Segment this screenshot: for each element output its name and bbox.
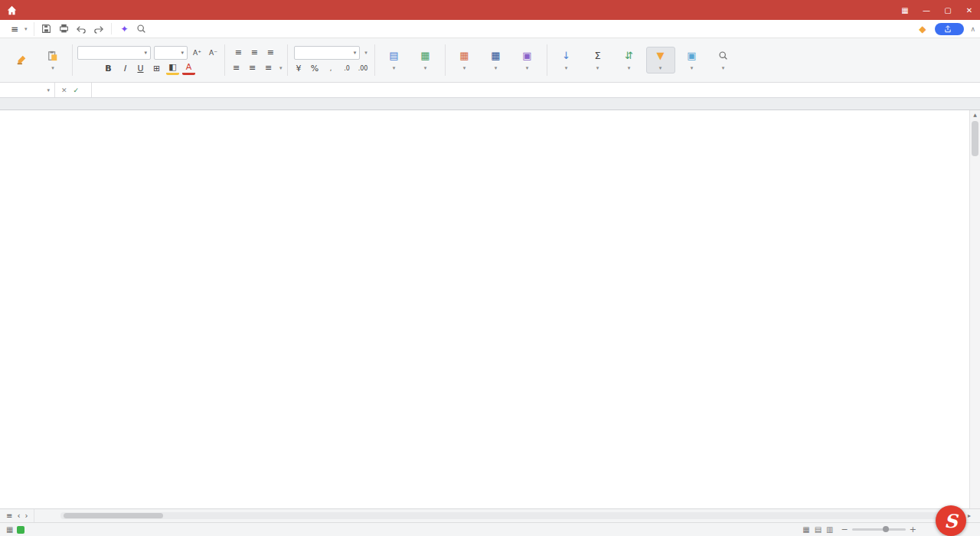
minimize-button[interactable]: — <box>916 0 937 20</box>
number-format-select[interactable]: ▾ <box>294 46 360 60</box>
sparkle-icon: ✦ <box>121 24 129 34</box>
wps-logo[interactable]: S <box>936 505 966 536</box>
zoom-out-icon[interactable]: − <box>841 525 848 534</box>
wps-ai-button[interactable]: ✦ <box>116 22 136 36</box>
font-color-button[interactable]: A <box>182 62 195 75</box>
undo-icon[interactable] <box>76 23 87 34</box>
search-icon[interactable] <box>136 23 147 34</box>
home-icon[interactable] <box>0 0 23 20</box>
currency-icon[interactable]: ¥ <box>292 62 305 75</box>
font-size-select[interactable]: ▾ <box>154 46 188 60</box>
cancel-icon[interactable]: ✕ <box>61 87 67 94</box>
document-tabs <box>23 0 876 20</box>
title-bar: ▦ — ▢ ✕ <box>0 0 980 20</box>
save-icon[interactable] <box>41 23 52 34</box>
new-tab-button[interactable] <box>876 0 894 20</box>
font-name-select[interactable]: ▾ <box>77 46 151 60</box>
alignment-group: ≡ ≡ ≡ ≡ ≡ ≡ ▾ <box>226 41 286 80</box>
normal-view-icon[interactable]: ▦ <box>802 525 809 534</box>
sort-button[interactable]: ⇵ ▾ <box>615 47 644 73</box>
convert-button[interactable]: ▾ <box>363 50 368 56</box>
increase-font-icon[interactable]: A⁺ <box>191 46 204 59</box>
zoom-in-icon[interactable]: + <box>910 525 916 534</box>
fill-button[interactable]: ↓ ▾ <box>552 47 581 73</box>
fill-color-button[interactable]: ◧ <box>166 62 179 75</box>
zoom-control: − + <box>841 525 920 534</box>
add-sheet-button[interactable] <box>34 509 51 522</box>
name-box[interactable]: ▾ <box>0 83 55 97</box>
paste-icon <box>47 50 59 62</box>
zoom-slider[interactable] <box>852 528 906 531</box>
chevron-down-icon: ▾ <box>354 50 357 56</box>
align-top-icon[interactable]: ≡ <box>232 46 245 59</box>
magnifier-icon <box>717 49 730 61</box>
print-icon[interactable] <box>58 23 70 34</box>
rows-columns-button[interactable]: ▤ ▾ <box>380 47 409 73</box>
vertical-scroll-thumb[interactable] <box>972 121 978 156</box>
align-middle-icon[interactable]: ≡ <box>248 46 261 59</box>
grid-view-icon[interactable]: ▦ <box>6 525 13 534</box>
conditional-format-button[interactable]: ▦ ▾ <box>450 47 479 73</box>
enter-icon[interactable]: ✓ <box>74 87 80 94</box>
filter-button[interactable]: ▼ ▾ <box>646 47 675 74</box>
comma-style-icon[interactable]: , <box>325 62 338 75</box>
horizontal-scroll-thumb[interactable] <box>64 513 163 518</box>
close-button[interactable]: ✕ <box>959 0 980 20</box>
sum-button[interactable]: Σ ▾ <box>583 47 612 73</box>
next-sheet-icon[interactable]: › <box>24 511 28 520</box>
vip-icon[interactable]: ◆ <box>919 24 926 34</box>
freeze-button[interactable]: ▣ ▾ <box>678 47 707 73</box>
merge-cells-button[interactable]: ▾ <box>278 65 283 71</box>
horizontal-scrollbar[interactable] <box>60 512 946 519</box>
bold-button[interactable]: B <box>102 62 115 75</box>
find-button[interactable]: ▾ <box>709 47 738 73</box>
rows-columns-icon: ▤ <box>388 49 400 61</box>
chevron-down-icon: ▾ <box>144 50 147 56</box>
underline-button[interactable]: U <box>134 62 147 75</box>
workspace-icon[interactable]: ▦ <box>894 0 916 20</box>
spreadsheet-grid: ▲ <box>0 98 980 508</box>
decrease-decimal-icon[interactable]: .00 <box>357 62 370 75</box>
redo-icon[interactable] <box>93 23 105 34</box>
align-bottom-icon[interactable]: ≡ <box>264 46 277 59</box>
sheet-tab-bar: ≡ ‹ › ◂ ▸ <box>0 508 980 522</box>
decrease-font-icon[interactable]: A⁻ <box>207 46 220 59</box>
percent-icon[interactable]: % <box>309 62 322 75</box>
maximize-button[interactable]: ▢ <box>937 0 959 20</box>
window-controls: ▦ — ▢ ✕ <box>894 0 980 20</box>
increase-decimal-icon[interactable]: .0 <box>341 62 354 75</box>
ribbon-toolbar: ▾ ▾ ▾ A⁺ A⁻ B I U ⊞ ◧ A ≡ ≡ ≡ <box>0 38 980 83</box>
filter-funnel-icon: ▼ <box>655 49 667 61</box>
align-right-icon[interactable]: ≡ <box>262 61 275 74</box>
menu-bar: ≡ ▾ ✦ ◆ ∧ <box>0 20 980 38</box>
table-style-button[interactable]: ▦ ▾ <box>482 47 511 73</box>
addin-icon[interactable] <box>17 526 24 534</box>
chevron-down-icon: ▾ <box>181 50 184 56</box>
format-painter-button[interactable] <box>7 52 36 69</box>
cell-style-button[interactable]: ▣ ▾ <box>513 47 542 73</box>
vertical-scrollbar[interactable]: ▲ <box>969 110 980 508</box>
sigma-icon: Σ <box>592 49 604 61</box>
page-break-icon[interactable]: ▥ <box>826 525 833 534</box>
italic-button[interactable]: I <box>118 62 131 75</box>
sheet-list-icon[interactable]: ≡ <box>6 511 12 520</box>
format-painter-icon <box>15 54 28 66</box>
font-group: ▾ ▾ A⁺ A⁻ B I U ⊞ ◧ A <box>74 41 224 80</box>
collapse-ribbon-icon[interactable]: ∧ <box>970 25 975 33</box>
file-menu-button[interactable]: ≡ ▾ <box>5 22 34 36</box>
zoom-knob[interactable] <box>883 526 889 532</box>
chevron-down-icon: ▾ <box>47 87 50 93</box>
page-layout-icon[interactable]: ▤ <box>815 525 822 534</box>
prev-sheet-icon[interactable]: ‹ <box>17 511 20 520</box>
cell-style-icon: ▣ <box>521 49 534 61</box>
quick-access-toolbar <box>34 23 112 34</box>
formula-input[interactable] <box>92 83 980 97</box>
worksheet-button[interactable]: ▦ ▾ <box>411 47 440 73</box>
paste-button[interactable]: ▾ <box>38 48 67 73</box>
scroll-up-icon[interactable]: ▲ <box>970 110 980 119</box>
hamburger-icon: ≡ <box>11 24 18 34</box>
align-center-icon[interactable]: ≡ <box>246 61 259 74</box>
align-left-icon[interactable]: ≡ <box>230 61 243 74</box>
share-button[interactable] <box>935 23 964 35</box>
borders-button[interactable]: ⊞ <box>150 62 163 75</box>
